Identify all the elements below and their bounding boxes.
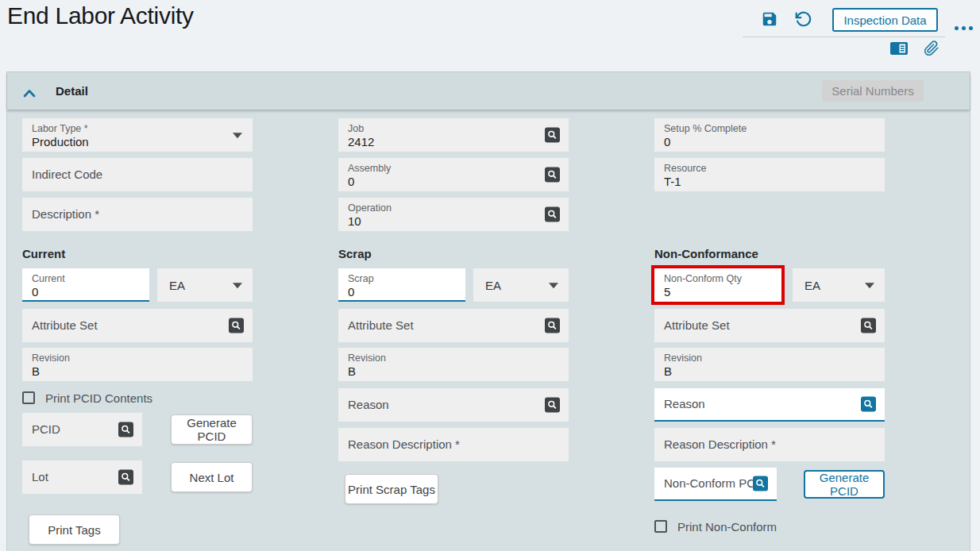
scrap-attribute-set-field[interactable]: Attribute Set [338,309,569,342]
field-label: Revision [664,352,875,364]
current-section-heading: Current [22,247,253,263]
current-revision-field[interactable]: Revision B [22,348,253,381]
chevron-down-icon [233,283,242,288]
nonconform-revision-field[interactable]: Revision B [654,348,885,381]
search-icon[interactable] [229,318,244,333]
job-field[interactable]: Job 2412 [338,118,569,152]
pcid-field[interactable]: PCID [22,413,142,446]
description-field[interactable]: Description * [22,198,253,231]
current-uom-select[interactable]: EA [157,268,253,302]
uom-value: EA [485,279,501,292]
field-label: Indirect Code [32,168,102,181]
scrap-qty-input[interactable]: Scrap 0 [338,268,465,302]
lot-field[interactable]: Lot [22,460,142,494]
save-icon[interactable] [761,10,778,28]
field-label: Attribute Set [32,319,98,332]
field-label: Scrap [348,272,456,285]
detail-panel-body: Labor Type * Production Indirect Code De… [7,110,970,551]
print-nonconform-row: Print Non-Conform [654,518,885,534]
print-pcid-contents-checkbox[interactable] [22,391,35,404]
notes-icon[interactable] [889,41,909,56]
field-value: 0 [348,285,456,299]
field-label: Job [348,122,559,135]
print-scrap-tags-button[interactable]: Print Scrap Tags [345,474,438,504]
scrap-revision-field[interactable]: Revision B [338,348,569,381]
detail-panel-header: Detail Serial Numbers [7,72,970,110]
page-title: End Labor Activity [7,2,194,29]
generate-nonconform-pcid-button[interactable]: Generate PCID [804,470,885,499]
field-value: 5 [664,285,772,299]
search-icon[interactable] [861,397,876,412]
scrap-reason-description-field[interactable]: Reason Description * [338,428,569,461]
chevron-down-icon [233,133,242,138]
search-icon[interactable] [861,318,876,333]
field-value: B [664,364,875,378]
field-value: T-1 [664,175,875,188]
field-label: Attribute Set [664,319,730,332]
field-label: Labor Type * [32,122,243,135]
nonconform-reason-description-field[interactable]: Reason Description * [654,428,885,461]
panel-title: Detail [56,84,88,98]
field-value: 2412 [348,135,559,148]
field-value: B [32,364,243,378]
field-label: Attribute Set [348,319,414,332]
field-value: Production [32,135,243,148]
field-label: Lot [32,471,48,484]
field-value: 10 [348,214,559,228]
toolbar-divider [743,37,945,37]
field-label: PCID [32,423,60,436]
scrap-reason-field[interactable]: Reason [338,388,569,422]
attachment-icon[interactable] [924,39,939,58]
current-qty-input[interactable]: Current 0 [22,268,149,302]
search-icon[interactable] [118,422,133,437]
nonconform-qty-highlight: Non-Conform Qty 5 [651,265,785,305]
nonconform-attribute-set-field[interactable]: Attribute Set [654,309,885,342]
nonconform-pcid-field[interactable]: Non-Conform PCID [654,468,777,501]
checkbox-label: Print PCID Contents [45,391,152,405]
field-label: Non-Conform PCID [664,477,767,490]
search-icon[interactable] [118,470,133,485]
print-nonconform-checkbox[interactable] [654,520,667,533]
search-icon[interactable] [545,398,560,413]
operation-field[interactable]: Operation 10 [338,198,569,231]
search-icon[interactable] [545,128,560,143]
more-options-icon[interactable] [955,26,973,30]
undo-icon[interactable] [794,10,812,28]
scrap-uom-select[interactable]: EA [473,268,569,302]
field-label: Revision [348,352,559,364]
nonconform-uom-select[interactable]: EA [793,268,885,302]
field-label: Non-Conform Qty [664,272,772,285]
checkbox-label: Print Non-Conform [677,520,777,534]
serial-numbers-button[interactable]: Serial Numbers [822,80,924,102]
collapse-chevron-icon[interactable] [23,87,36,95]
nonconform-reason-field[interactable]: Reason [654,388,885,422]
resource-field[interactable]: Resource T-1 [654,158,885,191]
nonconform-qty-input[interactable]: Non-Conform Qty 5 [654,268,781,302]
field-label: Resource [664,162,875,175]
chevron-down-icon [865,283,874,288]
scrap-section-heading: Scrap [338,247,569,263]
field-label: Reason Description * [348,438,460,451]
assembly-field[interactable]: Assembly 0 [338,158,569,191]
field-label: Reason [664,398,705,410]
generate-pcid-button[interactable]: Generate PCID [171,414,253,445]
inspection-data-button[interactable]: Inspection Data [832,8,938,32]
field-value: 0 [664,135,875,148]
detail-panel: Detail Serial Numbers Labor Type * Produ… [6,71,970,551]
search-icon[interactable] [545,168,560,183]
field-label: Current [32,272,140,285]
print-pcid-contents-row: Print PCID Contents [22,390,253,406]
chevron-down-icon [549,283,558,288]
print-tags-button[interactable]: Print Tags [29,514,120,545]
search-icon[interactable] [753,476,768,491]
uom-value: EA [804,279,820,292]
next-lot-button[interactable]: Next Lot [171,462,253,492]
setup-percent-complete-field[interactable]: Setup % Complete 0 [654,118,885,152]
search-icon[interactable] [545,318,560,333]
current-attribute-set-field[interactable]: Attribute Set [22,309,253,342]
field-label: Assembly [348,162,559,175]
field-value: B [348,364,559,378]
search-icon[interactable] [545,207,560,222]
labor-type-select[interactable]: Labor Type * Production [22,118,253,152]
indirect-code-field[interactable]: Indirect Code [22,158,253,191]
